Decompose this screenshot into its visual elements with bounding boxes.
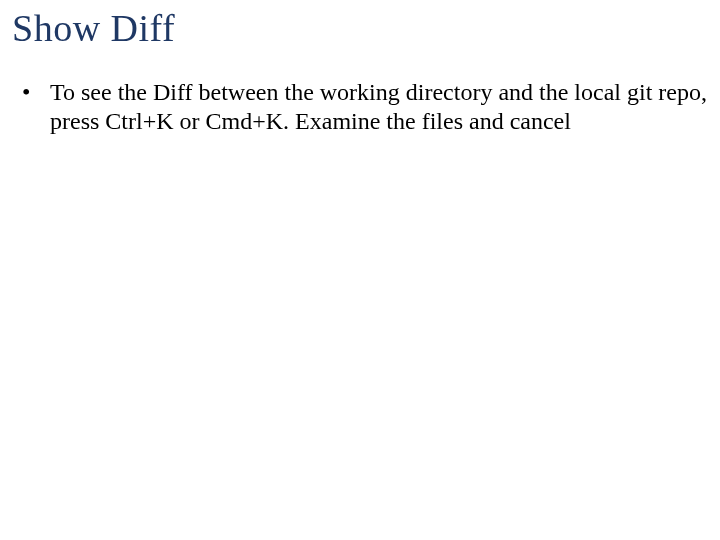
bullet-marker: • — [20, 78, 50, 107]
list-item: • To see the Diff between the working di… — [20, 78, 708, 136]
slide: Show Diff • To see the Diff between the … — [0, 0, 720, 540]
bullet-text: To see the Diff between the working dire… — [50, 78, 708, 136]
slide-content: • To see the Diff between the working di… — [12, 78, 708, 136]
slide-title: Show Diff — [12, 6, 708, 50]
bullet-list: • To see the Diff between the working di… — [20, 78, 708, 136]
